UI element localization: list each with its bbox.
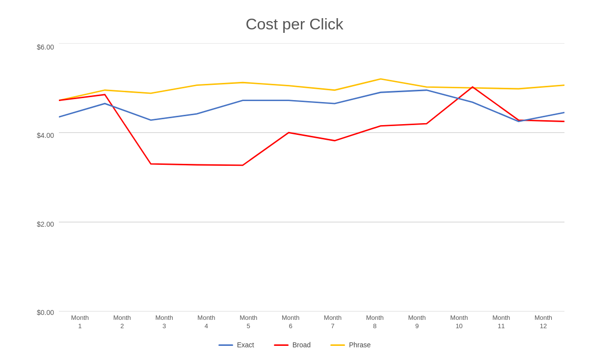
legend-item-broad: Broad [274,341,311,349]
chart-area: $6.00 $4.00 $2.00 $0.00 [25,43,564,336]
exact-legend-line [218,344,233,346]
y-axis: $6.00 $4.00 $2.00 $0.00 [25,43,59,336]
chart-svg [59,43,564,312]
x-label-1: Month1 [59,314,101,336]
legend-item-phrase: Phrase [330,341,371,349]
exact-line [59,90,564,122]
broad-legend-line [274,344,289,346]
chart-title: Cost per Click [245,15,343,33]
x-label-7: Month7 [312,314,354,336]
x-label-2: Month2 [101,314,143,336]
phrase-line [59,79,564,101]
broad-legend-label: Broad [293,341,311,349]
x-label-6: Month6 [269,314,312,336]
x-label-4: Month4 [185,314,227,336]
legend-item-exact: Exact [218,341,254,349]
phrase-legend-line [330,344,345,346]
x-axis: Month1 Month2 Month3 Month4 Month5 Month… [59,312,564,336]
legend: Exact Broad Phrase [218,341,371,349]
x-label-8: Month8 [354,314,396,336]
y-label-600: $6.00 [37,43,54,51]
y-label-000: $0.00 [37,309,54,316]
exact-legend-label: Exact [237,341,254,349]
x-label-9: Month9 [396,314,438,336]
x-label-11: Month11 [480,314,522,336]
broad-line [59,87,564,165]
x-label-3: Month3 [143,314,186,336]
plot-area: Month1 Month2 Month3 Month4 Month5 Month… [59,43,564,336]
chart-container: Cost per Click $6.00 $4.00 $2.00 $0.00 [25,15,564,349]
y-label-400: $4.00 [37,131,54,139]
y-label-200: $2.00 [37,220,54,228]
x-label-5: Month5 [227,314,269,336]
svg-wrapper [59,43,564,312]
x-label-12: Month12 [522,314,564,336]
phrase-legend-label: Phrase [349,341,371,349]
x-label-10: Month10 [438,314,480,336]
